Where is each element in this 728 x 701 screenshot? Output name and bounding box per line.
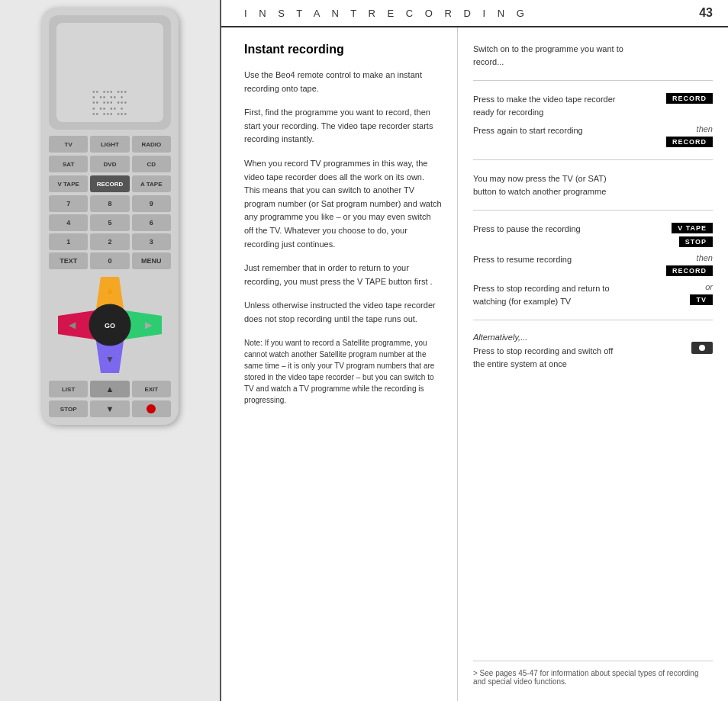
bottom-row-2: STOP ▼ bbox=[49, 400, 171, 417]
instruction-text-1: Switch on to the programme you want to r… bbox=[473, 43, 626, 68]
go-button[interactable]: GO bbox=[89, 304, 131, 346]
stop-button[interactable]: STOP bbox=[49, 400, 88, 417]
instruction-record-start: Press again to start recording then RECO… bbox=[473, 124, 713, 147]
alternatively-content: Alternatively,... Press to stop recordin… bbox=[473, 333, 626, 370]
badge-col-3: then RECORD bbox=[652, 124, 713, 147]
instruction-resume: Press to resume recording then RECORD bbox=[473, 253, 713, 276]
button-row-3: V TAPE RECORD A TAPE bbox=[49, 175, 171, 192]
red-dot-icon bbox=[147, 404, 156, 413]
paragraph-5: Unless otherwise instructed the video ta… bbox=[244, 299, 442, 326]
instruction-stop-tv: Press to stop recording and return to wa… bbox=[473, 282, 713, 307]
navigation-wheel[interactable]: ▲ ▼ ◀ ▶ GO bbox=[56, 275, 163, 375]
list-button[interactable]: LIST bbox=[49, 381, 88, 397]
sat-button[interactable]: SAT bbox=[49, 156, 88, 172]
record-button[interactable]: RECORD bbox=[90, 175, 129, 192]
num-5[interactable]: 5 bbox=[90, 214, 129, 231]
num-6[interactable]: 6 bbox=[132, 214, 171, 231]
nav-down-arrow[interactable]: ▼ bbox=[98, 348, 121, 371]
bottom-row-1: LIST ▲ EXIT bbox=[49, 381, 171, 397]
badge-col-7: or TV bbox=[652, 282, 713, 305]
page-header: I N S T A N T R E C O R D I N G 43 bbox=[221, 0, 728, 27]
remote-panel: ▪▪ ▪▪▪ ▪▪▪ ▪ ▪▪ ▪▪ ▪ ▪▪ ▪▪▪ ▪▪▪ ▪ ▪▪ ▪▪ … bbox=[0, 0, 221, 701]
radio-button[interactable]: RADIO bbox=[132, 136, 171, 153]
red-dot-button[interactable] bbox=[132, 400, 171, 417]
record-badge-3: RECORD bbox=[666, 265, 713, 276]
badge-col-5: V TAPE STOP bbox=[652, 223, 713, 247]
alternatively-row: Alternatively,... Press to stop recordin… bbox=[473, 333, 713, 370]
note-paragraph: Note: If you want to record a Satellite … bbox=[244, 337, 442, 406]
alternatively-title: Alternatively,... bbox=[473, 333, 626, 342]
page-number: 43 bbox=[699, 6, 713, 20]
record-badge-1: RECORD bbox=[666, 93, 713, 104]
instruction-alternatively: Alternatively,... Press to stop recordin… bbox=[473, 333, 713, 370]
section-title: Instant recording bbox=[244, 43, 442, 56]
or-label: or bbox=[705, 282, 713, 291]
instruction-pause-group: Press to pause the recording V TAPE STOP… bbox=[473, 223, 713, 320]
content-area: I N S T A N T R E C O R D I N G 43 Insta… bbox=[221, 0, 728, 701]
instructions-column: Switch on to the programme you want to r… bbox=[458, 27, 728, 701]
then-label-2: then bbox=[697, 253, 713, 262]
instruction-text-7: Press to stop recording and return to wa… bbox=[473, 282, 626, 307]
nav-right-arrow[interactable]: ▶ bbox=[137, 314, 159, 336]
dot-badge bbox=[691, 342, 713, 354]
instruction-pause: Press to pause the recording V TAPE STOP bbox=[473, 223, 713, 247]
num-4[interactable]: 4 bbox=[49, 214, 88, 231]
footer-note: > See pages 45-47 for information about … bbox=[473, 661, 713, 686]
instruction-text-2: Press to make the video tape recorder re… bbox=[473, 93, 626, 118]
instruction-text-4: You may now press the TV (or SAT) button… bbox=[473, 172, 626, 198]
instruction-text-5: Press to pause the recording bbox=[473, 223, 581, 236]
text-button[interactable]: TEXT bbox=[49, 252, 88, 269]
num-3[interactable]: 3 bbox=[132, 233, 171, 250]
atape-button[interactable]: A TAPE bbox=[132, 175, 171, 192]
tv-button[interactable]: TV bbox=[49, 136, 88, 153]
remote-screen: ▪▪ ▪▪▪ ▪▪▪ ▪ ▪▪ ▪▪ ▪ ▪▪ ▪▪▪ ▪▪▪ ▪ ▪▪ ▪▪ … bbox=[49, 15, 171, 130]
badge-col-8 bbox=[652, 333, 713, 354]
text-column: Instant recording Use the Beo4 remote co… bbox=[221, 27, 458, 701]
record-badge-2: RECORD bbox=[666, 137, 713, 147]
instruction-text-6: Press to resume recording bbox=[473, 253, 572, 266]
nav-left-arrow[interactable]: ◀ bbox=[60, 314, 83, 336]
badge-col-6: then RECORD bbox=[652, 253, 713, 276]
main-content: Instant recording Use the Beo4 remote co… bbox=[221, 27, 728, 701]
stop-badge: STOP bbox=[679, 236, 713, 247]
dot-icon bbox=[699, 345, 705, 351]
then-label-1: then bbox=[697, 124, 713, 133]
paragraph-2: First, find the programme you want to re… bbox=[244, 106, 442, 146]
button-row-2: SAT DVD CD bbox=[49, 156, 171, 172]
header-title: I N S T A N T R E C O R D I N G bbox=[244, 8, 529, 19]
instruction-text-8: Press to stop recording and switch off t… bbox=[473, 345, 626, 370]
screen-display: ▪▪ ▪▪▪ ▪▪▪ ▪ ▪▪ ▪▪ ▪ ▪▪ ▪▪▪ ▪▪▪ ▪ ▪▪ ▪▪ … bbox=[92, 88, 127, 116]
menu-button[interactable]: MENU bbox=[132, 252, 171, 269]
dvd-button[interactable]: DVD bbox=[90, 156, 129, 172]
paragraph-3: When you record TV programmes in this wa… bbox=[244, 157, 442, 251]
num-0[interactable]: 0 bbox=[90, 252, 129, 269]
down-button[interactable]: ▼ bbox=[90, 400, 129, 417]
num-9[interactable]: 9 bbox=[132, 195, 171, 212]
exit-button[interactable]: EXIT bbox=[132, 381, 171, 397]
vtape-badge: V TAPE bbox=[672, 223, 713, 233]
paragraph-4: Just remember that in order to return to… bbox=[244, 262, 442, 288]
nav-up-arrow[interactable]: ▲ bbox=[98, 279, 121, 302]
footer-text: > See pages 45-47 for information about … bbox=[473, 669, 713, 686]
tv-badge: TV bbox=[690, 294, 713, 305]
numpad: 7 8 9 4 5 6 1 2 3 TEXT 0 MENU bbox=[49, 195, 171, 269]
instruction-record-ready: Press to make the video tape recorder re… bbox=[473, 93, 713, 118]
remote-control: ▪▪ ▪▪▪ ▪▪▪ ▪ ▪▪ ▪▪ ▪ ▪▪ ▪▪▪ ▪▪▪ ▪ ▪▪ ▪▪ … bbox=[41, 8, 179, 425]
light-button[interactable]: LIGHT bbox=[90, 136, 129, 153]
num-1[interactable]: 1 bbox=[49, 233, 88, 250]
instruction-watch: You may now press the TV (or SAT) button… bbox=[473, 172, 713, 211]
paragraph-1: Use the Beo4 remote control to make an i… bbox=[244, 69, 442, 95]
vtape-button[interactable]: V TAPE bbox=[49, 175, 88, 192]
num-8[interactable]: 8 bbox=[90, 195, 129, 212]
num-7[interactable]: 7 bbox=[49, 195, 88, 212]
num-2[interactable]: 2 bbox=[90, 233, 129, 250]
cd-button[interactable]: CD bbox=[132, 156, 171, 172]
instruction-switch-on: Switch on to the programme you want to r… bbox=[473, 43, 713, 81]
up-button[interactable]: ▲ bbox=[90, 381, 129, 397]
instruction-text-3: Press again to start recording bbox=[473, 124, 583, 137]
badge-col-2: RECORD bbox=[652, 93, 713, 104]
instruction-record-group: Press to make the video tape recorder re… bbox=[473, 93, 713, 160]
button-row-1: TV LIGHT RADIO bbox=[49, 136, 171, 153]
